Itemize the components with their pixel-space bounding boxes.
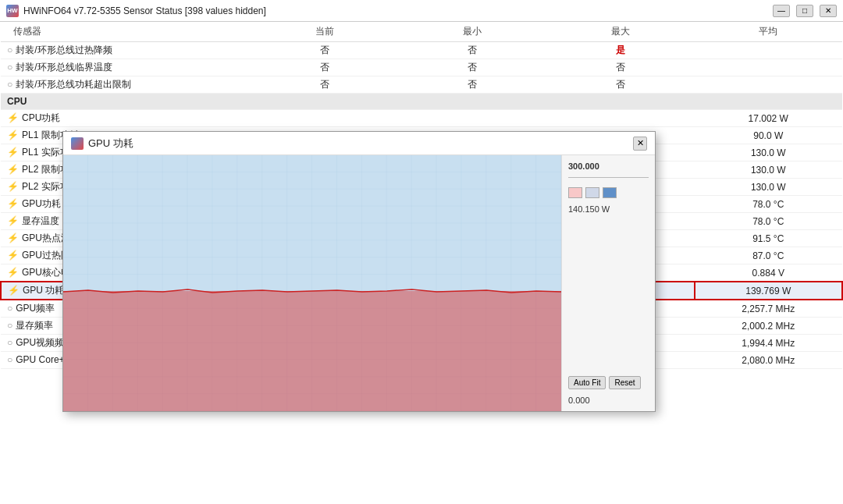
minimize-button[interactable]: — bbox=[773, 5, 790, 17]
bolt-icon: ⚡ bbox=[7, 250, 19, 261]
chart-top-label: 300.000 bbox=[568, 161, 649, 171]
sensor-current: 否 bbox=[251, 59, 399, 76]
swatch-1 bbox=[568, 187, 582, 198]
section-label: CPU bbox=[1, 94, 842, 110]
sensor-min: 否 bbox=[399, 59, 547, 76]
auto-fit-button[interactable]: Auto Fit bbox=[568, 376, 606, 389]
sensor-max: 是 bbox=[546, 42, 695, 59]
window-title: HWiNFO64 v7.72-5355 Sensor Status [398 v… bbox=[23, 5, 266, 16]
bolt-icon: ⚡ bbox=[8, 285, 20, 296]
title-bar-left: HW HWiNFO64 v7.72-5355 Sensor Status [39… bbox=[6, 5, 266, 17]
sensor-avg: 91.5 °C bbox=[695, 230, 843, 247]
sensor-avg: 0.884 V bbox=[695, 264, 843, 282]
dialog-title-bar: GPU 功耗 ✕ bbox=[63, 132, 655, 155]
bolt-icon: ⚡ bbox=[7, 215, 19, 226]
sensor-avg: 78.0 °C bbox=[695, 196, 843, 213]
sensor-avg: 2,257.7 MHz bbox=[695, 300, 843, 318]
chart-mid-value: 140.150 W bbox=[568, 204, 649, 214]
gpu-power-dialog[interactable]: GPU 功耗 ✕ bbox=[62, 131, 656, 412]
title-bar: HW HWiNFO64 v7.72-5355 Sensor Status [39… bbox=[0, 0, 843, 22]
table-row: ⚡CPU功耗17.002 W bbox=[1, 110, 842, 127]
dialog-icon bbox=[71, 137, 84, 150]
sensor-avg: 139.769 W bbox=[695, 282, 843, 300]
sensor-min bbox=[399, 110, 547, 127]
main-area: 传感器 当前 最小 最大 平均 ○封装/环形总线过热降频否否是○封装/环形总线临… bbox=[0, 22, 843, 504]
window-controls[interactable]: — □ ✕ bbox=[773, 5, 837, 17]
circle-icon: ○ bbox=[7, 337, 12, 348]
circle-icon: ○ bbox=[7, 354, 12, 365]
sensor-label: ○封装/环形总线功耗超出限制 bbox=[1, 76, 251, 94]
dialog-body: 300.000 140.150 W Auto Fit Reset 0.000 bbox=[63, 155, 655, 411]
reset-button[interactable]: Reset bbox=[609, 376, 640, 389]
bolt-icon: ⚡ bbox=[7, 112, 19, 123]
sensor-avg: 130.0 W bbox=[695, 179, 843, 196]
chart-svg bbox=[63, 155, 561, 411]
sensor-label: ○封装/环形总线过热降频 bbox=[1, 42, 251, 59]
col-header-max: 最大 bbox=[546, 22, 695, 42]
swatch-2 bbox=[585, 187, 599, 198]
sensor-current: 否 bbox=[251, 42, 399, 59]
sensor-max: 否 bbox=[546, 76, 695, 94]
sensor-avg bbox=[695, 42, 843, 59]
sensor-label: ⚡CPU功耗 bbox=[1, 110, 251, 127]
chart-bottom-label: 0.000 bbox=[568, 396, 649, 405]
sensor-avg: 78.0 °C bbox=[695, 213, 843, 230]
bolt-icon: ⚡ bbox=[7, 164, 19, 175]
sensor-max: 否 bbox=[546, 59, 695, 76]
sensor-avg: 90.0 W bbox=[695, 127, 843, 144]
sensor-max bbox=[546, 110, 695, 127]
swatch-3 bbox=[603, 187, 617, 198]
sensor-avg: 17.002 W bbox=[695, 110, 843, 127]
circle-icon: ○ bbox=[7, 44, 12, 55]
sensor-current bbox=[251, 110, 399, 127]
close-button[interactable]: ✕ bbox=[820, 5, 837, 17]
sensor-avg bbox=[695, 76, 843, 94]
sensor-min: 否 bbox=[399, 76, 547, 94]
bolt-icon: ⚡ bbox=[7, 232, 19, 243]
sensor-avg: 130.0 W bbox=[695, 161, 843, 179]
col-header-sensor: 传感器 bbox=[1, 22, 251, 42]
sensor-label: ○封装/环形总线临界温度 bbox=[1, 59, 251, 76]
col-header-current: 当前 bbox=[251, 22, 399, 42]
table-row: CPU bbox=[1, 94, 842, 110]
sensor-avg: 87.0 °C bbox=[695, 247, 843, 264]
app-icon: HW bbox=[6, 5, 19, 17]
dialog-close-button[interactable]: ✕ bbox=[633, 137, 647, 151]
bolt-icon: ⚡ bbox=[7, 130, 19, 140]
sensor-min: 否 bbox=[399, 42, 547, 59]
color-swatches bbox=[568, 187, 649, 198]
col-header-avg: 平均 bbox=[695, 22, 843, 42]
svg-rect-5 bbox=[63, 291, 561, 411]
circle-icon: ○ bbox=[7, 62, 12, 73]
sensor-avg: 1,994.4 MHz bbox=[695, 335, 843, 352]
circle-icon: ○ bbox=[7, 320, 12, 331]
circle-icon: ○ bbox=[7, 79, 12, 90]
dialog-title-left: GPU 功耗 bbox=[71, 137, 133, 151]
table-row: ○封装/环形总线功耗超出限制否否否 bbox=[1, 76, 842, 94]
table-row: ○封装/环形总线过热降频否否是 bbox=[1, 42, 842, 59]
bolt-icon: ⚡ bbox=[7, 267, 19, 278]
chart-buttons[interactable]: Auto Fit Reset bbox=[568, 376, 649, 389]
sensor-avg: 130.0 W bbox=[695, 144, 843, 161]
circle-icon: ○ bbox=[7, 303, 12, 314]
bolt-icon: ⚡ bbox=[7, 181, 19, 192]
bolt-icon: ⚡ bbox=[7, 147, 19, 158]
sensor-avg: 2,080.0 MHz bbox=[695, 352, 843, 369]
col-header-min: 最小 bbox=[399, 22, 547, 42]
dialog-title-text: GPU 功耗 bbox=[88, 137, 133, 151]
maximize-button[interactable]: □ bbox=[796, 5, 813, 17]
chart-right-panel: 300.000 140.150 W Auto Fit Reset 0.000 bbox=[561, 155, 655, 411]
chart-area bbox=[63, 155, 561, 411]
bolt-icon: ⚡ bbox=[7, 198, 19, 209]
sensor-avg: 2,000.2 MHz bbox=[695, 318, 843, 335]
sensor-avg bbox=[695, 59, 843, 76]
sensor-current: 否 bbox=[251, 76, 399, 94]
table-row: ○封装/环形总线临界温度否否否 bbox=[1, 59, 842, 76]
